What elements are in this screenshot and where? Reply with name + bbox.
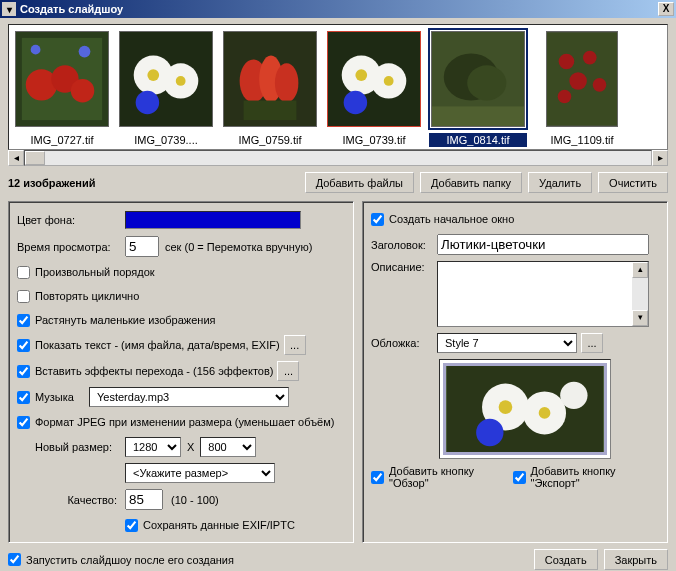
svg-point-29 (559, 54, 575, 70)
window-title: Создать слайдшоу (20, 3, 658, 15)
add-files-button[interactable]: Добавить файлы (305, 172, 414, 193)
width-select[interactable]: 1280 (125, 437, 181, 457)
svg-point-22 (384, 76, 394, 86)
svg-point-31 (569, 72, 587, 90)
show-text-label: Показать текст - (имя файла, дата/время,… (35, 339, 280, 351)
start-window-panel: Создать начальное окно Заголовок: Описан… (362, 201, 668, 543)
svg-point-4 (71, 79, 94, 102)
title-input[interactable] (437, 234, 649, 255)
close-button[interactable]: Закрыть (604, 549, 668, 570)
add-browse-label: Добавить кнопку "Обзор" (389, 465, 509, 489)
quality-label: Качество: (35, 494, 125, 506)
thumbnail-scrollbar[interactable]: ◂ ▸ (8, 150, 668, 166)
svg-point-37 (499, 400, 513, 414)
jpeg-label: Формат JPEG при изменении размера (умень… (35, 416, 334, 428)
thumbnail-label: IMG_0727.tif (13, 133, 111, 147)
image-count: 12 изображений (8, 177, 299, 189)
scroll-down-icon[interactable]: ▾ (632, 310, 648, 326)
cover-preview (439, 359, 611, 459)
thumbnail-label: IMG_0739.... (117, 133, 215, 147)
svg-point-10 (147, 69, 159, 81)
quality-input[interactable] (125, 489, 163, 510)
svg-point-26 (467, 65, 506, 100)
show-text-options-button[interactable]: ... (284, 335, 306, 355)
loop-label: Повторять циклично (35, 290, 139, 302)
thumbnail-strip: IMG_0727.tif IMG_0739.... IMG_0759.tif I… (8, 24, 668, 150)
delete-button[interactable]: Удалить (528, 172, 592, 193)
effects-label: Вставить эффекты перехода - (156 эффекто… (35, 365, 273, 377)
scroll-right-icon[interactable]: ▸ (652, 150, 668, 166)
music-file-select[interactable]: Yesterday.mp3 (89, 387, 289, 407)
add-browse-checkbox[interactable] (371, 471, 384, 484)
svg-point-16 (275, 63, 298, 102)
description-label: Описание: (371, 261, 437, 273)
close-icon[interactable]: X (658, 2, 674, 16)
svg-point-12 (136, 91, 159, 114)
title-label: Заголовок: (371, 239, 437, 251)
quality-range: (10 - 100) (171, 494, 219, 506)
bg-color-picker[interactable] (125, 211, 301, 229)
thumbnail-label: IMG_1109.tif (533, 133, 631, 147)
effects-checkbox[interactable] (17, 365, 30, 378)
size-preset-select[interactable]: <Укажите размер> (125, 463, 275, 483)
view-time-input[interactable] (125, 236, 159, 257)
svg-point-38 (539, 407, 551, 419)
view-time-suffix: сек (0 = Перемотка вручную) (165, 241, 312, 253)
create-button[interactable]: Создать (534, 549, 598, 570)
cover-options-button[interactable]: ... (581, 333, 603, 353)
stretch-checkbox[interactable] (17, 314, 30, 327)
effects-options-button[interactable]: ... (277, 361, 299, 381)
height-select[interactable]: 800 (200, 437, 256, 457)
add-export-checkbox[interactable] (513, 471, 526, 484)
svg-point-5 (79, 46, 91, 58)
thumbnail-label: IMG_0759.tif (221, 133, 319, 147)
svg-point-6 (31, 45, 41, 55)
scroll-left-icon[interactable]: ◂ (8, 150, 24, 166)
add-folder-button[interactable]: Добавить папку (420, 172, 522, 193)
clear-button[interactable]: Очистить (598, 172, 668, 193)
thumbnail-item[interactable]: IMG_0814.tif (429, 31, 527, 147)
stretch-label: Растянуть маленькие изображения (35, 314, 216, 326)
music-label: Музыка (35, 391, 89, 403)
thumbnail-item[interactable]: IMG_0739.... (117, 31, 215, 147)
thumbnail-item[interactable]: IMG_0759.tif (221, 31, 319, 147)
thumbnail-item[interactable]: IMG_1109.tif (533, 31, 631, 147)
cover-style-select[interactable]: Style 7 (437, 333, 577, 353)
svg-point-40 (560, 382, 587, 409)
scroll-up-icon[interactable]: ▴ (632, 262, 648, 278)
svg-point-33 (558, 90, 572, 104)
svg-point-21 (355, 69, 367, 81)
show-text-checkbox[interactable] (17, 339, 30, 352)
random-order-checkbox[interactable] (17, 266, 30, 279)
jpeg-checkbox[interactable] (17, 416, 30, 429)
cover-label: Обложка: (371, 337, 437, 349)
svg-point-30 (583, 51, 597, 65)
scroll-track[interactable] (24, 150, 652, 166)
create-start-checkbox[interactable] (371, 213, 384, 226)
svg-rect-27 (432, 106, 524, 126)
titlebar: ▾ Создать слайдшоу X (0, 0, 676, 18)
keep-exif-checkbox[interactable] (125, 519, 138, 532)
random-order-label: Произвольный порядок (35, 266, 155, 278)
size-x-label: X (187, 441, 194, 453)
thumbnail-label: IMG_0814.tif (429, 133, 527, 147)
music-checkbox[interactable] (17, 391, 30, 404)
bg-color-label: Цвет фона: (17, 214, 125, 226)
keep-exif-label: Сохранять данные EXIF/IPTC (143, 519, 295, 531)
add-export-label: Добавить кнопку "Экспорт" (531, 465, 659, 489)
svg-point-23 (344, 91, 367, 114)
view-time-label: Время просмотра: (17, 241, 125, 253)
svg-point-39 (476, 419, 503, 446)
svg-point-32 (593, 78, 607, 92)
description-textarea[interactable]: ▴ ▾ (437, 261, 649, 327)
run-after-checkbox[interactable] (8, 553, 21, 566)
system-menu-icon[interactable]: ▾ (2, 2, 16, 16)
textarea-scrollbar[interactable]: ▴ ▾ (632, 262, 648, 326)
create-start-label: Создать начальное окно (389, 213, 514, 225)
thumbnail-item[interactable]: IMG_0727.tif (13, 31, 111, 147)
scroll-thumb[interactable] (25, 151, 45, 165)
thumbnail-label: IMG_0739.tif (325, 133, 423, 147)
loop-checkbox[interactable] (17, 290, 30, 303)
thumbnail-item[interactable]: IMG_0739.tif (325, 31, 423, 147)
settings-panel: Цвет фона: Время просмотра: сек (0 = Пер… (8, 201, 354, 543)
